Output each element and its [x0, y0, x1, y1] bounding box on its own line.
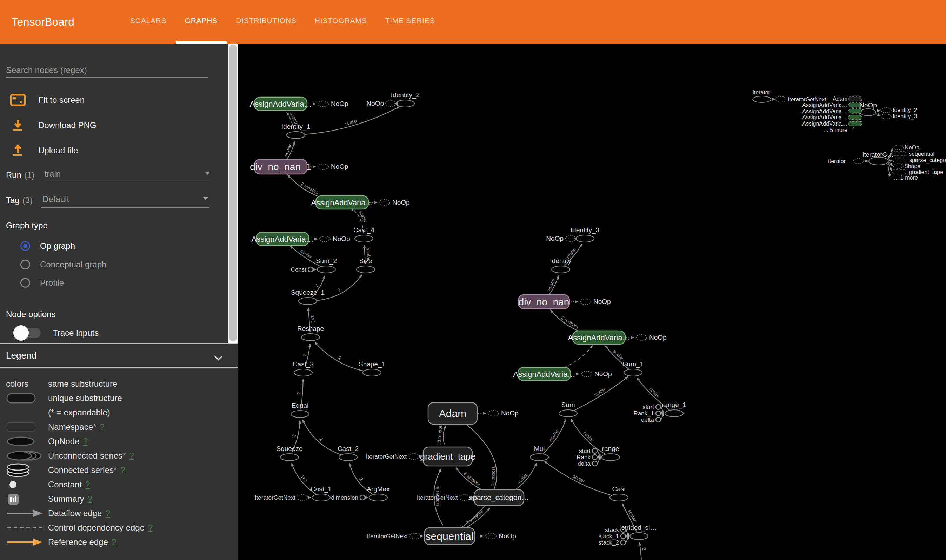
graph-node-adam[interactable]: Adam — [428, 403, 477, 424]
svg-text:IteratorGetNext: IteratorGetNext — [366, 453, 407, 460]
graph-node-div_no_nan[interactable]: div_no_nan — [518, 295, 569, 309]
cluster-label: NoOp — [904, 145, 919, 151]
legend-row: Control dependency edge? — [0, 520, 238, 535]
legend-header[interactable]: Legend — [0, 343, 238, 368]
legend-label: Summary — [48, 494, 84, 504]
graph-node-squeeze_1[interactable]: Squeeze_1 — [291, 289, 325, 305]
graph-node-assignaddvaria-[interactable]: AssignAddVaria… — [513, 368, 575, 381]
help-link[interactable]: ? — [85, 480, 90, 489]
expandable-star: * — [114, 465, 117, 475]
upload-file-button[interactable]: Upload file — [0, 142, 228, 159]
cluster-label: iterator — [828, 158, 846, 164]
graph-node-argmax[interactable]: ArgMax — [367, 485, 390, 501]
search-input[interactable] — [6, 63, 208, 78]
graph-node-identity_3[interactable]: Identity_3 — [571, 226, 599, 242]
tab-time-series[interactable]: TIME SERIES — [376, 0, 444, 44]
svg-text:Sum_2: Sum_2 — [316, 257, 337, 265]
svg-text:NoOp: NoOp — [594, 370, 612, 377]
graph-node-sum_1[interactable]: Sum_1 — [623, 360, 643, 376]
graph-node-cast_3[interactable]: Cast_3 — [293, 360, 314, 376]
svg-text:Mul: Mul — [534, 445, 545, 452]
input-port-stack_1: stack_1 — [598, 533, 629, 540]
graph-node-identity_2[interactable]: Identity_2 — [391, 91, 420, 107]
app-header: TensorBoard SCALARSGRAPHSDISTRIBUTIONSHI… — [0, 0, 946, 44]
help-link[interactable]: ? — [148, 523, 153, 532]
cluster-opnode[interactable] — [753, 96, 771, 103]
fit-to-screen-button[interactable]: Fit to screen — [0, 92, 228, 108]
cluster-label: ... 5 more — [823, 127, 848, 133]
graph-node-equal[interactable]: Equal — [291, 402, 309, 417]
trace-inputs-toggle[interactable] — [15, 328, 41, 338]
svg-text:stack_1: stack_1 — [598, 533, 619, 540]
download-png-button[interactable]: Download PNG — [0, 117, 228, 134]
graph-node-assignaddvaria-[interactable]: AssignAddVaria… — [250, 97, 312, 111]
input-port-const: Const — [291, 266, 316, 273]
cluster-mini-node[interactable] — [849, 122, 861, 126]
graph-node-cast[interactable]: Cast — [610, 485, 628, 501]
help-link[interactable]: ? — [105, 508, 110, 518]
tab-graphs[interactable]: GRAPHS — [176, 0, 227, 44]
graph-node-div_no_nan_1[interactable]: div_no_nan_1 — [250, 159, 312, 174]
graph-node-reshape[interactable]: Reshape — [297, 325, 324, 341]
graph-node-size[interactable]: Size — [357, 257, 375, 273]
cluster-mini-node[interactable] — [849, 109, 861, 113]
graph-node-assignaddvaria-[interactable]: AssignAddVaria… — [311, 196, 373, 209]
graph-node-mul[interactable]: Mul — [530, 445, 548, 461]
radio-profile[interactable]: Profile — [0, 274, 228, 291]
svg-text:NoOp: NoOp — [331, 163, 348, 170]
graph-node-sequential[interactable]: sequential — [424, 528, 475, 545]
cluster-mini-node[interactable] — [849, 115, 861, 120]
cluster-mini-node[interactable] — [893, 158, 906, 162]
help-link[interactable]: ? — [100, 422, 104, 432]
legend-label: Namespace — [48, 422, 93, 432]
cluster-opnode[interactable] — [869, 157, 888, 165]
cluster-label: Adam — [833, 96, 848, 102]
graph-node-cast_1[interactable]: Cast_1 — [311, 485, 332, 501]
noop-satellite: NoOp — [369, 198, 410, 206]
graph-node-cast_4[interactable]: Cast_4 — [353, 226, 375, 242]
cluster-mini-node[interactable] — [893, 152, 906, 156]
tensorboard-app: TensorBoard SCALARSGRAPHSDISTRIBUTIONSHI… — [0, 0, 946, 560]
cluster-mini-node[interactable] — [893, 170, 906, 174]
graph-node-sparse_categori-[interactable]: sparse_categori… — [469, 489, 529, 506]
help-link[interactable]: ? — [129, 451, 134, 461]
radio-conceptual-graph[interactable]: Conceptual graph — [0, 256, 228, 273]
tab-histograms[interactable]: HISTOGRAMS — [306, 0, 376, 44]
tab-distributions[interactable]: DISTRIBUTIONS — [227, 0, 306, 44]
input-port-rank_1: Rank_1 — [633, 410, 664, 417]
graph-node-identity_1[interactable]: Identity_1 — [281, 123, 310, 138]
help-link[interactable]: ? — [112, 537, 116, 547]
svg-text:Identity_3: Identity_3 — [571, 226, 599, 234]
legend-label: same substructure — [48, 379, 117, 389]
cluster-opnode[interactable] — [860, 109, 876, 116]
graph-node-range_1[interactable]: range_1 — [662, 401, 686, 417]
run-select[interactable]: train — [43, 168, 211, 183]
graph-node-sum[interactable]: Sum — [559, 401, 577, 417]
tab-scalars[interactable]: SCALARS — [121, 0, 176, 44]
help-link[interactable]: ? — [120, 465, 125, 475]
tag-select[interactable]: Default — [41, 193, 209, 208]
radio-op-graph[interactable]: Op graph — [0, 237, 228, 254]
graph-node-identity[interactable]: Identity — [550, 257, 572, 273]
graph-node-shape_1[interactable]: Shape_1 — [358, 360, 385, 376]
graph-canvas[interactable]: scalarscalarscalar2 tensorsscalar22scala… — [238, 44, 946, 560]
legend-row: Dataflow edge? — [0, 506, 238, 520]
graph-node-sum_2[interactable]: Sum_2 — [316, 257, 337, 273]
help-link[interactable]: ? — [83, 437, 88, 446]
graph-node-squeeze[interactable]: Squeeze — [276, 445, 303, 461]
svg-text:IteratorGetNext: IteratorGetNext — [417, 494, 458, 501]
edge-label: 2 tensors — [490, 466, 496, 486]
legend-row: Summary? — [0, 492, 238, 506]
sidebar-scrollbar[interactable] — [228, 44, 238, 343]
scrollbar-thumb[interactable] — [229, 45, 237, 342]
cluster-mini-node[interactable] — [849, 97, 861, 101]
help-link[interactable]: ? — [88, 494, 92, 504]
dropdown-caret-icon — [205, 172, 210, 175]
graph-node-assignaddvaria-[interactable]: AssignAddVaria… — [252, 232, 314, 246]
graph-node-cast_2[interactable]: Cast_2 — [338, 445, 358, 461]
run-label: Run — [6, 170, 22, 180]
graph-node-gradient_tape[interactable]: gradient_tape — [420, 447, 475, 466]
graph-area[interactable]: scalarscalarscalar2 tensorsscalar22scala… — [238, 44, 946, 560]
graph-node-range[interactable]: range — [601, 445, 620, 461]
graph-node-assignaddvaria-[interactable]: AssignAddVaria… — [568, 331, 630, 344]
